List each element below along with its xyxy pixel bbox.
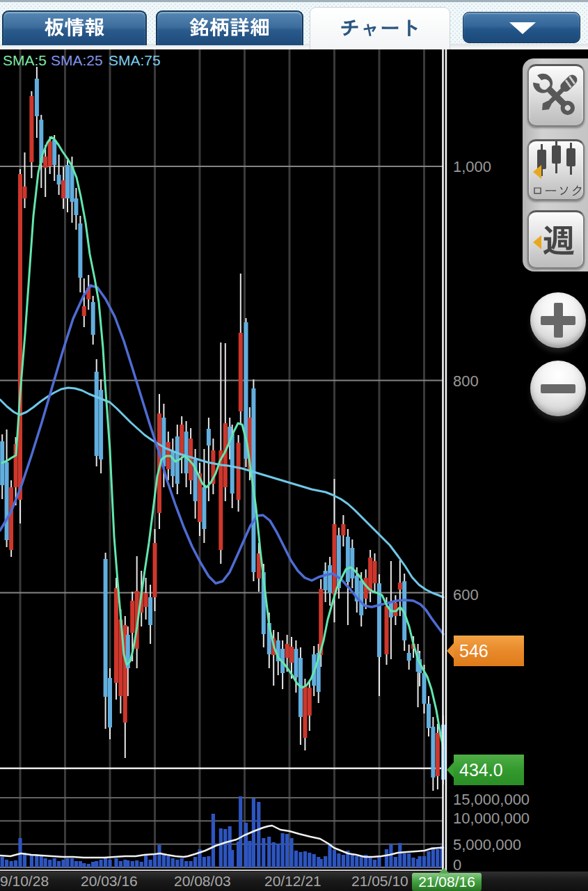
- svg-text:600: 600: [453, 586, 479, 604]
- svg-text:SMA:5: SMA:5: [3, 52, 47, 68]
- svg-text:SMA:25: SMA:25: [51, 52, 103, 68]
- svg-text:1,000: 1,000: [453, 158, 491, 175]
- svg-text:5,000,000: 5,000,000: [453, 836, 521, 853]
- svg-text:15,000,000: 15,000,000: [453, 791, 530, 808]
- svg-text:800: 800: [453, 372, 479, 390]
- svg-text:SMA:75: SMA:75: [109, 52, 161, 68]
- svg-text:10,000,000: 10,000,000: [453, 810, 530, 827]
